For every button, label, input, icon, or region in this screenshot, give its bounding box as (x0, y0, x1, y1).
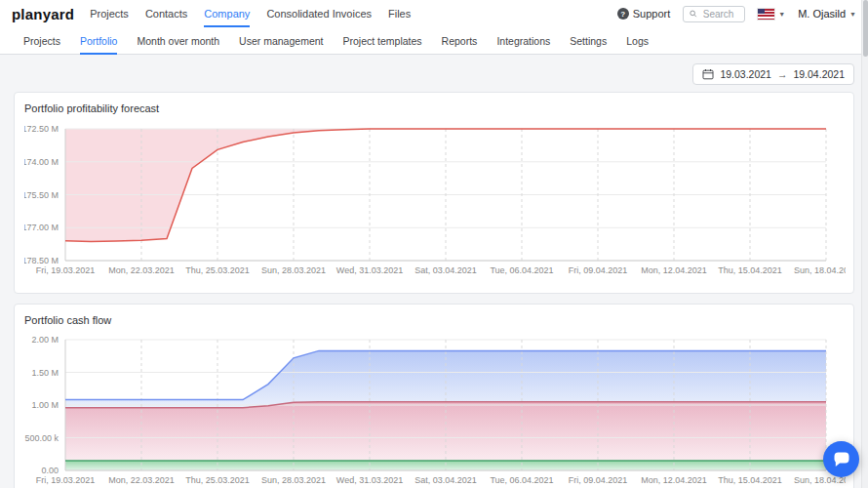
user-menu[interactable]: M. Ojasild ▼ (798, 8, 856, 20)
y-tick-label: 0.00 (41, 466, 59, 475)
x-tick-label: Sun, 28.03.2021 (261, 265, 326, 275)
y-tick-label: 500.00 k (24, 433, 59, 443)
y-tick-label: -175.50 M (24, 190, 59, 200)
x-tick-label: Fri, 09.04.2021 (569, 475, 628, 485)
topbar: planyard Projects Contacts Company Conso… (0, 0, 868, 27)
x-tick-label: Tue, 06.04.2021 (490, 475, 553, 485)
logo: planyard (12, 6, 74, 22)
calendar-icon (702, 68, 714, 80)
profitability-forecast-chart: -172.50 M-174.00 M-175.50 M-177.00 M-178… (24, 119, 846, 287)
chevron-down-icon: ▼ (849, 11, 856, 18)
us-flag-icon (758, 9, 774, 20)
chevron-down-icon: ▼ (778, 11, 785, 18)
nav-item-files[interactable]: Files (388, 0, 411, 27)
content: 19.03.2021 → 19.04.2021 Portfolio profit… (0, 55, 868, 488)
x-tick-label: Wed, 31.03.2021 (336, 265, 403, 275)
chat-icon (832, 450, 851, 469)
x-tick-label: Thu, 15.04.2021 (718, 265, 782, 275)
y-tick-label: -177.00 M (24, 223, 59, 232)
profitability-forecast-card: Portfolio profitability forecast -172.50… (14, 92, 854, 294)
subnav-item-reports[interactable]: Reports (442, 27, 478, 55)
date-row: 19.03.2021 → 19.04.2021 (14, 63, 854, 85)
x-tick-label: Fri, 09.04.2021 (569, 265, 628, 275)
cash-flow-chart: 2.00 M1.50 M1.00 M500.00 k0.00Fri, 19.03… (24, 331, 846, 488)
x-tick-label: Tue, 06.04.2021 (490, 265, 553, 275)
cash-flow-card: Portfolio cash flow 2.00 M1.50 M1.00 M50… (14, 304, 854, 488)
x-tick-label: Thu, 15.04.2021 (718, 475, 782, 485)
x-tick-label: Sat, 03.04.2021 (414, 265, 477, 275)
x-tick-label: Wed, 31.03.2021 (336, 475, 403, 485)
subnav-item-portfolio[interactable]: Portfolio (80, 27, 118, 55)
y-tick-label: 2.00 M (31, 335, 59, 345)
support-label: Support (633, 8, 671, 20)
date-range-start: 19.03.2021 (720, 68, 771, 80)
y-tick-label: -172.50 M (24, 124, 59, 134)
subnav-item-integrations[interactable]: Integrations (496, 27, 550, 55)
sub-nav: Projects Portfolio Month over month User… (0, 27, 868, 55)
profitability-chart-title: Portfolio profitability forecast (24, 102, 844, 114)
date-range-end: 19.04.2021 (793, 68, 845, 80)
search-input[interactable] (701, 8, 739, 20)
x-tick-label: Mon, 22.03.2021 (108, 475, 175, 485)
search-box[interactable] (683, 6, 745, 22)
page: { "colors": { "accent": "#2e7cf6", "chat… (0, 0, 868, 488)
y-tick-label: -174.00 M (24, 157, 59, 167)
y-tick-label: -178.50 M (24, 256, 59, 265)
x-tick-label: Mon, 22.03.2021 (108, 265, 175, 275)
topbar-right: ? Support ▼ M. Ojasild ▼ (617, 6, 856, 22)
question-icon: ? (617, 8, 629, 20)
cash-flow-chart-title: Portfolio cash flow (24, 314, 844, 326)
subnav-item-user-management[interactable]: User management (239, 27, 323, 55)
x-tick-label: Mon, 12.04.2021 (641, 265, 707, 275)
main-nav: Projects Contacts Company Consolidated I… (90, 0, 411, 27)
y-tick-label: 1.00 M (31, 400, 59, 410)
language-selector[interactable]: ▼ (758, 9, 785, 20)
scrollbar[interactable] (861, 0, 868, 488)
x-tick-label: Fri, 19.03.2021 (36, 475, 96, 485)
x-tick-label: Thu, 25.03.2021 (185, 475, 250, 485)
date-range-picker[interactable]: 19.03.2021 → 19.04.2021 (692, 63, 854, 85)
x-tick-label: Thu, 25.03.2021 (185, 265, 250, 275)
chat-launcher-button[interactable] (823, 441, 859, 477)
date-range-arrow-icon: → (777, 68, 788, 80)
x-tick-label: Sun, 18.04.2021 (794, 265, 846, 275)
subnav-item-month-over-month[interactable]: Month over month (137, 27, 219, 55)
subnav-item-project-templates[interactable]: Project templates (342, 27, 421, 55)
x-tick-label: Sat, 03.04.2021 (414, 475, 477, 485)
x-tick-label: Mon, 12.04.2021 (641, 475, 707, 485)
nav-item-company[interactable]: Company (204, 0, 250, 27)
nav-item-consolidated-invoices[interactable]: Consolidated Invoices (266, 0, 372, 27)
nav-item-projects[interactable]: Projects (90, 0, 129, 27)
subnav-item-projects[interactable]: Projects (23, 27, 60, 55)
x-tick-label: Sun, 28.03.2021 (261, 475, 326, 485)
subnav-item-logs[interactable]: Logs (626, 27, 649, 55)
subnav-item-settings[interactable]: Settings (570, 27, 607, 55)
y-tick-label: 1.50 M (31, 368, 59, 378)
scrollbar-thumb[interactable] (863, 0, 868, 57)
search-icon (690, 9, 697, 19)
nav-item-contacts[interactable]: Contacts (145, 0, 187, 27)
user-name: M. Ojasild (798, 8, 846, 20)
x-tick-label: Fri, 19.03.2021 (36, 265, 96, 275)
support-button[interactable]: ? Support (617, 8, 671, 20)
